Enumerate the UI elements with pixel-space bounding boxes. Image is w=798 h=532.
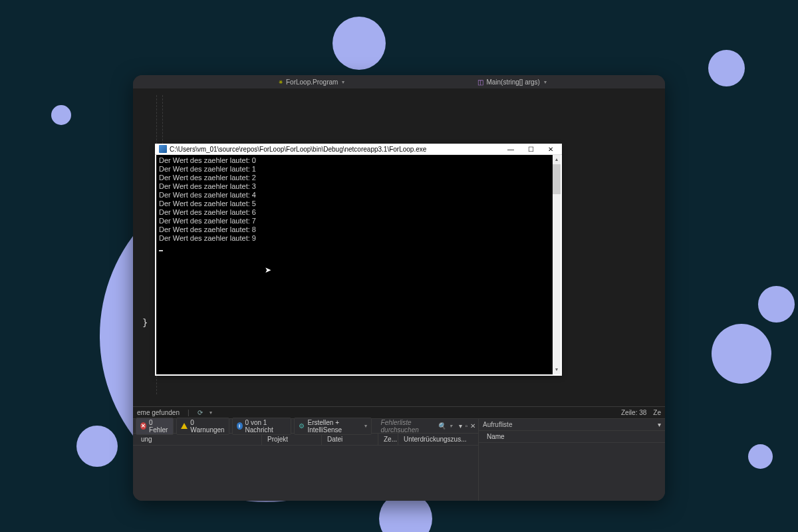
errors-filter[interactable]: ✕ 0 Fehler: [136, 418, 174, 435]
warnings-filter[interactable]: 0 Warnungen: [176, 418, 229, 435]
col-suppress[interactable]: Unterdrückungszus...: [398, 434, 475, 445]
background-circle: [708, 50, 745, 86]
class-dropdown[interactable]: ⁕ ForLoop.Program ▾: [278, 78, 344, 86]
code-text: }: [142, 317, 148, 328]
background-circle: [758, 286, 795, 323]
console-line: Der Wert des zaehler lautet: 3: [159, 182, 256, 190]
error-list-toolbar: ✕ 0 Fehler 0 Warnungen i 0 von 1 Nachric…: [133, 419, 478, 434]
background-circle: [748, 444, 773, 469]
info-icon: i: [237, 422, 243, 430]
messages-filter[interactable]: i 0 von 1 Nachricht: [232, 418, 292, 435]
maximize-button[interactable]: ☐: [521, 144, 541, 155]
col-line[interactable]: Ze...: [378, 434, 398, 445]
panel-close-icon[interactable]: ✕: [470, 422, 475, 430]
class-name: ForLoop.Program: [286, 78, 338, 86]
error-list-columns: ung Projekt Datei Ze... Unterdrückungszu…: [133, 434, 478, 446]
console-line: Der Wert des zaehler lautet: 1: [159, 165, 256, 173]
panel-dropdown-icon[interactable]: ▾: [658, 421, 661, 428]
scrollbar-down-arrow[interactable]: ▾: [553, 365, 561, 374]
console-line: Der Wert des zaehler lautet: 8: [159, 225, 256, 233]
col-indicator[interactable]: Ze: [653, 409, 661, 416]
chevron-down-icon: ▾: [342, 79, 344, 85]
console-line: Der Wert des zaehler lautet: 2: [159, 174, 256, 182]
scrollbar-vertical[interactable]: ▴ ▾: [553, 155, 561, 374]
build-icon: ⚙: [299, 422, 305, 430]
console-line: Der Wert des zaehler lautet: 5: [159, 200, 256, 207]
console-line: Der Wert des zaehler lautet: 0: [159, 156, 256, 164]
col-project[interactable]: Projekt: [262, 434, 322, 445]
search-icon: 🔍: [438, 422, 446, 430]
close-button[interactable]: ✕: [541, 144, 561, 155]
line-indicator[interactable]: Zeile: 38: [621, 409, 646, 416]
ide-window: ⁕ ForLoop.Program ▾ ◫ Main(string[] args…: [133, 75, 665, 501]
callstack-title: Aufrufliste: [483, 421, 512, 428]
console-title: C:\Users\vm_01\source\repos\ForLoop\ForL…: [170, 146, 501, 153]
scrollbar-thumb[interactable]: [553, 164, 561, 194]
panel-pin-icon[interactable]: ▫: [465, 422, 467, 430]
console-output[interactable]: Der Wert des zaehler lautet: 0 Der Wert …: [156, 155, 561, 374]
code-editor[interactable]: } C:\Users\vm_01\source\repos\ForLoop\Fo…: [133, 88, 665, 406]
console-line: Der Wert des zaehler lautet: 7: [159, 217, 256, 225]
status-text: eme gefunden: [137, 409, 180, 416]
background-circle: [51, 105, 71, 125]
scrollbar-up-arrow[interactable]: ▴: [553, 155, 561, 164]
col-code[interactable]: ung: [136, 434, 262, 445]
console-titlebar[interactable]: C:\Users\vm_01\source\repos\ForLoop\ForL…: [155, 144, 562, 155]
console-window: C:\Users\vm_01\source\repos\ForLoop\ForL…: [155, 144, 562, 376]
chevron-down-icon: ▾: [364, 423, 367, 429]
cursor-caret: [159, 250, 163, 251]
method-name: Main(string[] args): [486, 78, 540, 86]
background-circle: [76, 426, 118, 467]
build-intellisense-dropdown[interactable]: ⚙ Erstellen + IntelliSense ▾: [294, 418, 371, 435]
refresh-icon[interactable]: ⟳: [198, 409, 203, 416]
console-app-icon: [159, 145, 167, 153]
col-name[interactable]: Name: [481, 431, 662, 442]
background-circle: [712, 324, 771, 384]
bottom-panel: ✕ 0 Fehler 0 Warnungen i 0 von 1 Nachric…: [133, 418, 665, 501]
col-file[interactable]: Datei: [322, 434, 378, 445]
error-list-panel: ✕ 0 Fehler 0 Warnungen i 0 von 1 Nachric…: [133, 419, 479, 501]
background-circle: [332, 17, 386, 70]
minimize-button[interactable]: —: [501, 144, 521, 155]
chevron-down-icon: ▾: [544, 79, 547, 85]
callstack-columns: Name: [479, 431, 665, 443]
mouse-cursor-icon: ➤: [265, 266, 271, 275]
warning-icon: [181, 423, 188, 429]
error-search-input[interactable]: Fehlerliste durchsuchen 🔍 ▾: [377, 419, 457, 434]
error-icon: ✕: [140, 422, 146, 430]
method-dropdown[interactable]: ◫ Main(string[] args) ▾: [477, 78, 547, 86]
status-bar: eme gefunden | ⟳ ▾ Zeile: 38 Ze: [133, 406, 665, 418]
console-line: Der Wert des zaehler lautet: 4: [159, 191, 256, 199]
callstack-panel: Aufrufliste ▾ Name: [479, 419, 665, 501]
console-line: Der Wert des zaehler lautet: 6: [159, 208, 256, 216]
console-line: Der Wert des zaehler lautet: 9: [159, 234, 256, 242]
panel-dropdown-icon[interactable]: ▾: [459, 422, 462, 430]
navigation-bar: ⁕ ForLoop.Program ▾ ◫ Main(string[] args…: [133, 75, 665, 88]
